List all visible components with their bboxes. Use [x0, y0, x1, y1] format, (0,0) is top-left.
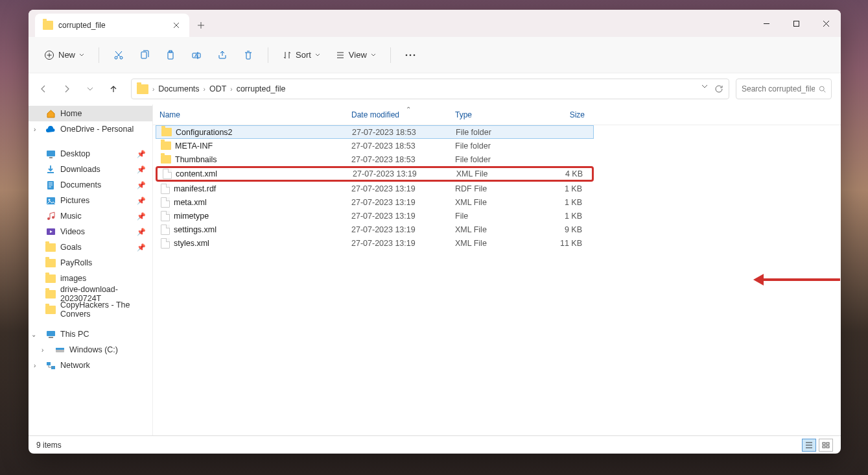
view-switcher — [802, 439, 833, 452]
forward-button[interactable] — [56, 78, 78, 100]
breadcrumb-item[interactable]: Documents — [158, 84, 199, 93]
column-size[interactable]: Size — [535, 110, 594, 119]
icons-view-button[interactable] — [819, 439, 833, 452]
music-icon — [45, 211, 56, 221]
chevron-down-icon — [315, 53, 320, 56]
cell-date: 27-07-2023 13:19 — [346, 169, 450, 178]
minimize-icon — [763, 20, 770, 27]
search-box[interactable] — [736, 79, 832, 99]
trash-icon — [243, 50, 253, 60]
details-view-button[interactable] — [802, 439, 816, 452]
search-input[interactable] — [742, 84, 815, 93]
delete-button[interactable] — [237, 43, 260, 67]
pin-icon: 📌 — [137, 150, 146, 158]
svg-rect-14 — [49, 157, 53, 158]
separator — [268, 47, 268, 63]
folder-icon — [45, 242, 56, 252]
breadcrumb-item[interactable]: ODT — [209, 84, 226, 93]
sidebar-item-documents[interactable]: Documents📌 — [29, 177, 152, 193]
sidebar-item-downloads[interactable]: Downloads📌 — [29, 162, 152, 177]
file-icon — [161, 184, 170, 194]
breadcrumb-item[interactable]: corrupted_file — [237, 84, 286, 93]
chevron-down-icon — [371, 53, 376, 56]
cell-date: 27-07-2023 13:19 — [345, 239, 449, 248]
sidebar-item-windowsc[interactable]: ›Windows (C:) — [29, 342, 152, 358]
share-button[interactable] — [211, 43, 234, 67]
file-row[interactable]: mimetype27-07-2023 13:19File1 KB — [156, 209, 594, 223]
new-button[interactable]: New — [38, 43, 91, 67]
paste-icon — [165, 50, 176, 60]
file-row[interactable]: Thumbnails27-07-2023 18:53File folder — [156, 152, 594, 166]
tab-close-button[interactable] — [171, 20, 182, 30]
cell-type: XML File — [450, 169, 537, 178]
sidebar-item-payrolls[interactable]: PayRolls — [29, 255, 152, 271]
address-bar[interactable]: › Documents › ODT › corrupted_file — [131, 79, 729, 99]
sidebar-item-music[interactable]: Music📌 — [29, 208, 152, 224]
sort-button[interactable]: Sort — [276, 43, 327, 67]
sidebar-item-videos[interactable]: Videos📌 — [29, 224, 152, 239]
sidebar-item-copyhackers[interactable]: CopyHackers - The Convers — [29, 302, 152, 317]
sidebar-item-network[interactable]: ›Network — [29, 358, 152, 373]
pin-icon: 📌 — [137, 181, 146, 189]
arrow-right-icon — [62, 84, 71, 93]
more-button[interactable] — [399, 43, 422, 67]
sidebar-item-drive-download[interactable]: drive-download-20230724T — [29, 286, 152, 302]
home-icon — [45, 108, 56, 119]
sort-indicator-icon: ⌃ — [406, 106, 411, 113]
sidebar-item-desktop[interactable]: Desktop📌 — [29, 146, 152, 162]
refresh-button[interactable] — [714, 84, 723, 93]
cell-type: File folder — [449, 141, 535, 151]
sidebar-item-thispc[interactable]: ⌄This PC — [29, 326, 152, 342]
minimize-button[interactable] — [751, 10, 781, 37]
cell-size: 4 KB — [536, 169, 592, 178]
cell-size: 9 KB — [535, 225, 591, 234]
back-button[interactable] — [32, 78, 54, 100]
column-name[interactable]: Name — [153, 110, 345, 119]
cell-date: 27-07-2023 18:53 — [346, 128, 449, 137]
cell-size: 11 KB — [535, 239, 591, 248]
svg-rect-4 — [141, 52, 147, 58]
maximize-button[interactable] — [781, 10, 811, 37]
copy-button[interactable] — [133, 43, 156, 67]
folder-icon — [161, 155, 171, 164]
view-button[interactable]: View — [329, 43, 382, 67]
close-icon — [823, 20, 830, 27]
rename-button[interactable]: A — [185, 43, 208, 67]
recent-button[interactable] — [79, 78, 101, 100]
column-type[interactable]: Type — [449, 110, 535, 119]
plus-icon — [197, 21, 205, 29]
chevron-right-icon: › — [34, 126, 36, 133]
sidebar-item-pictures[interactable]: Pictures📌 — [29, 193, 152, 208]
column-date[interactable]: Date modified — [345, 110, 449, 119]
sidebar: Home ›OneDrive - Personal Desktop📌 Downl… — [29, 104, 153, 435]
file-row[interactable]: settings.xml27-07-2023 13:19XML File9 KB — [156, 223, 594, 236]
dropdown-button[interactable] — [701, 84, 708, 93]
new-tab-button[interactable] — [189, 14, 213, 37]
content-area: Home ›OneDrive - Personal Desktop📌 Downl… — [29, 104, 841, 435]
file-rows: Configurations227-07-2023 18:53File fold… — [153, 125, 841, 435]
file-row[interactable]: manifest.rdf27-07-2023 13:19RDF File1 KB — [156, 182, 594, 195]
sidebar-item-home[interactable]: Home — [29, 106, 152, 121]
arrow-left-icon — [39, 84, 48, 93]
sidebar-item-goals[interactable]: Goals📌 — [29, 239, 152, 255]
up-button[interactable] — [102, 78, 124, 100]
paste-button[interactable] — [159, 43, 182, 67]
tab-current[interactable]: corrupted_file — [35, 14, 189, 37]
file-row[interactable]: meta.xml27-07-2023 13:19XML File1 KB — [156, 195, 594, 209]
file-row[interactable]: content.xml27-07-2023 13:19XML File4 KB — [156, 166, 594, 182]
cut-button[interactable] — [107, 43, 130, 67]
sidebar-item-images[interactable]: images — [29, 271, 152, 286]
file-row[interactable]: styles.xml27-07-2023 13:19XML File11 KB — [156, 236, 594, 250]
svg-point-11 — [414, 54, 416, 56]
file-icon — [161, 238, 170, 249]
cell-name: META-INF — [156, 141, 345, 151]
chevron-right-icon: › — [204, 86, 205, 93]
close-button[interactable] — [811, 10, 841, 37]
new-icon — [44, 50, 54, 60]
folder-icon — [45, 258, 56, 268]
svg-rect-0 — [793, 21, 799, 26]
sidebar-item-onedrive[interactable]: ›OneDrive - Personal — [29, 121, 152, 137]
chevron-down-icon: ⌄ — [31, 331, 36, 338]
file-row[interactable]: Configurations227-07-2023 18:53File fold… — [156, 125, 594, 139]
file-row[interactable]: META-INF27-07-2023 18:53File folder — [156, 139, 594, 152]
